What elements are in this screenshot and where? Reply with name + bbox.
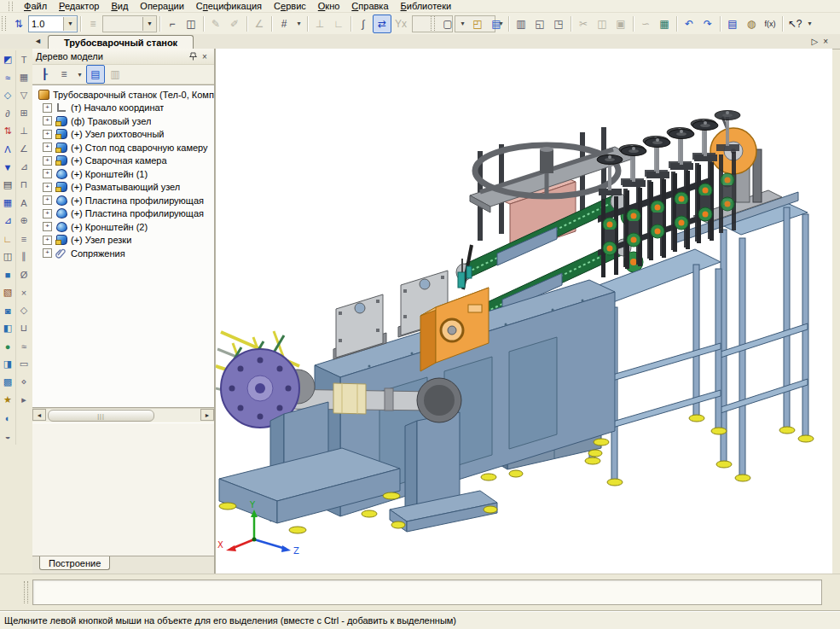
rect-icon[interactable]: ▭ — [16, 356, 32, 372]
menu-Справка[interactable]: Справка — [345, 1, 394, 11]
wave-icon[interactable]: ≈ — [16, 338, 32, 354]
expand-icon[interactable]: + — [43, 195, 52, 205]
swap-arrows-icon[interactable]: ⇅ — [0, 123, 16, 139]
fx-button[interactable]: f(x) — [761, 15, 779, 33]
angle-snap-icon[interactable]: ∠ — [250, 15, 269, 33]
open-button[interactable]: ◰ — [468, 15, 487, 33]
diameter-icon[interactable]: Ø — [16, 266, 32, 282]
expand-icon[interactable]: + — [43, 209, 52, 218]
print-preview-button[interactable]: ◱ — [530, 15, 549, 33]
expand-icon[interactable]: + — [43, 130, 52, 139]
expand-icon[interactable]: + — [43, 116, 52, 125]
tree-item[interactable]: +(+) Пластина профилирующая — [32, 207, 214, 221]
tree-item[interactable]: +(+) Стол под сварочную камеру — [32, 141, 214, 154]
document-tab[interactable]: Трубосварочный станок — [48, 35, 194, 50]
shell-icon[interactable]: ◨ — [0, 356, 16, 372]
expand-icon[interactable]: + — [43, 248, 52, 258]
perpendicular-icon[interactable]: ⊥ — [16, 123, 32, 139]
spline-icon[interactable]: ≈ — [0, 69, 16, 85]
format-brush-button[interactable]: ∽ — [636, 15, 655, 33]
tree-item[interactable]: +(+) Сварочная камера — [32, 154, 214, 168]
copy-button[interactable]: ◫ — [593, 15, 611, 33]
scale-combo-dropdown[interactable]: ▼ — [63, 17, 77, 31]
toolbar-grip-2[interactable] — [431, 16, 435, 31]
tree-item[interactable]: +Сопряжения — [32, 247, 214, 260]
more-icon[interactable]: ▸ — [16, 392, 32, 408]
close-document-icon[interactable]: × — [823, 37, 833, 46]
measure-icon[interactable]: ⊿ — [0, 213, 16, 229]
grid-dropdown[interactable]: ▾ — [293, 15, 304, 33]
redo-button[interactable]: ↷ — [698, 15, 717, 33]
menu-Окно[interactable]: Окно — [312, 1, 346, 11]
spline-mode-icon[interactable]: ∫ — [354, 15, 373, 33]
curve-erase-icon[interactable]: ✐ — [225, 15, 244, 33]
tree-item[interactable]: +(ф) Траковый узел — [32, 114, 214, 128]
base-icon[interactable]: ⊞ — [16, 105, 32, 121]
move-view-icon[interactable]: ∟ — [329, 15, 348, 33]
close-panel-icon[interactable]: × — [199, 51, 211, 62]
snap-toggle-icon[interactable]: ⇄ — [373, 15, 391, 33]
send-model-button[interactable]: ◳ — [549, 15, 568, 33]
applications-icon[interactable]: ★ — [0, 392, 16, 408]
menu-Сервис[interactable]: Сервис — [268, 1, 312, 11]
text-a-icon[interactable]: A — [16, 195, 32, 211]
tree-item[interactable]: Трубосварочный станок (Тел-0, Компоне — [32, 88, 214, 102]
display-dropdown[interactable]: ▾ — [74, 65, 85, 84]
expand-icon[interactable]: + — [43, 169, 52, 178]
layer-combo[interactable]: ▼ — [102, 15, 157, 32]
attachments-icon[interactable]: ∂ — [0, 105, 16, 121]
sheet-settings-icon[interactable]: ◫ — [182, 15, 200, 33]
save-button[interactable]: ▤ — [487, 15, 506, 33]
text-tool-icon[interactable]: T — [16, 51, 32, 67]
coords-icon[interactable]: Yx — [391, 15, 410, 33]
scale-combo[interactable]: 1.0 ▼ — [28, 15, 78, 32]
new-document-button[interactable]: ▢ — [438, 15, 457, 33]
tree-structure-button[interactable]: ┠ — [35, 65, 54, 84]
menu-Библиотеки[interactable]: Библиотеки — [395, 1, 458, 11]
tolerance-icon[interactable]: ▽ — [16, 87, 32, 103]
cut-button[interactable]: ✂ — [574, 15, 593, 33]
table-tool-icon[interactable]: ▦ — [16, 69, 32, 85]
tree-item[interactable]: +(+) Узел резки — [32, 234, 214, 248]
tree-horizontal-scrollbar[interactable]: ◄ ||| ► — [32, 408, 214, 421]
datum-icon[interactable]: ⊕ — [16, 213, 32, 229]
viewport-3d[interactable]: Y X Z — [215, 49, 832, 574]
local-csys-icon[interactable]: ⌐ — [163, 15, 182, 33]
angle-dim-icon[interactable]: ∠ — [16, 141, 32, 157]
undo-button[interactable]: ↶ — [680, 15, 698, 33]
menu-Вид[interactable]: Вид — [105, 1, 134, 11]
tree-item[interactable]: +(+) Кронштейн (2) — [32, 220, 214, 234]
next-tab-icon[interactable]: ▷ — [811, 37, 823, 46]
expand-icon[interactable]: + — [43, 236, 52, 245]
sphere-icon[interactable]: ● — [0, 338, 16, 354]
curve-edit-icon[interactable]: ✎ — [206, 15, 225, 33]
tree-item[interactable]: +(+) Узел рихтовочный — [32, 128, 214, 142]
boolean-icon[interactable]: ◐ — [0, 410, 16, 426]
expand-icon[interactable]: + — [43, 156, 52, 166]
current-scale-icon[interactable]: ⇅ — [9, 15, 28, 33]
expand-icon[interactable]: + — [43, 222, 52, 231]
tree-item[interactable]: +(+) Разматывающий узел — [32, 181, 214, 195]
toolbar-grip[interactable] — [2, 16, 6, 31]
context-help-button[interactable]: ↖? — [785, 15, 804, 33]
scroll-left-arrow[interactable]: ◄ — [32, 409, 46, 421]
pin-panel-icon[interactable] — [187, 51, 199, 62]
array-icon[interactable]: ▩ — [0, 374, 16, 390]
direction-icon[interactable]: ▼ — [0, 159, 16, 175]
menu-Редактор[interactable]: Редактор — [53, 1, 105, 11]
solid-icon[interactable]: ■ — [0, 266, 16, 282]
collapse-icon[interactable]: ◒ — [0, 428, 16, 444]
hatch-icon[interactable]: ≡ — [16, 230, 32, 247]
print-button[interactable]: ▥ — [512, 15, 530, 33]
property-bar-grip[interactable] — [24, 581, 28, 603]
menu-grip[interactable] — [9, 2, 13, 11]
relations-button[interactable]: ▥ — [106, 65, 125, 84]
ortho-mode-icon[interactable]: ⊥ — [310, 15, 329, 33]
parts-icon[interactable]: ◙ — [0, 302, 16, 318]
expand-icon[interactable]: + — [43, 143, 52, 152]
diamond-small-icon[interactable]: ⋄ — [16, 374, 32, 390]
document-icon[interactable]: ▤ — [0, 177, 16, 193]
sheet-grid-icon[interactable]: ▦ — [0, 195, 16, 211]
cube-icon[interactable]: ◧ — [0, 320, 16, 336]
new-dropdown[interactable]: ▾ — [457, 15, 468, 33]
